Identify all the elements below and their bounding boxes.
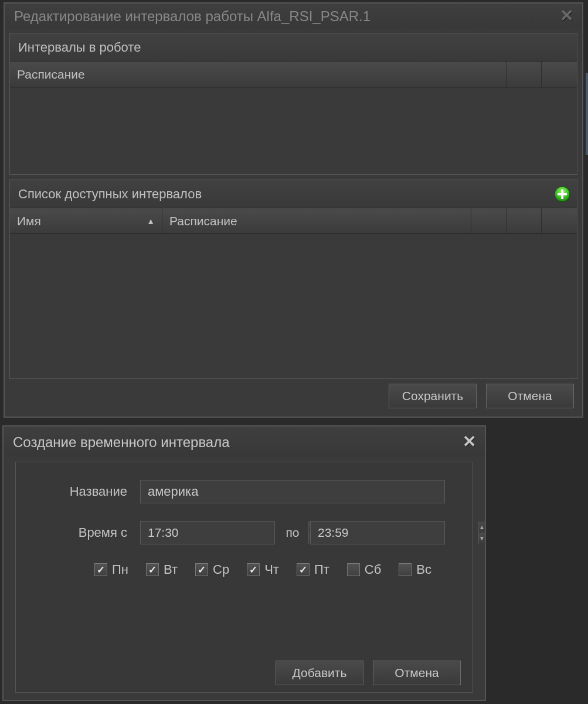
cancel-button[interactable]: Отмена bbox=[486, 384, 574, 408]
create-interval-form: Название Время с ▲ ▼ по ▲ ▼ bbox=[15, 462, 473, 693]
day-label: Чт bbox=[264, 562, 279, 577]
day-label: Пн bbox=[112, 562, 128, 577]
edit-intervals-dialog: Редактирование интервалов работы Alfa_RS… bbox=[4, 2, 583, 418]
checkbox-icon[interactable]: ✓ bbox=[297, 563, 310, 576]
add-interval-icon[interactable] bbox=[553, 185, 571, 203]
robot-intervals-title: Интервалы в роботе bbox=[18, 40, 141, 55]
save-button[interactable]: Сохранить bbox=[389, 384, 477, 408]
available-grid-body bbox=[10, 234, 577, 378]
time-to-spinner[interactable]: ▲ ▼ bbox=[310, 521, 445, 544]
dialog2-button-row: Добавить Отмена bbox=[276, 661, 461, 685]
robot-grid-header: Расписание bbox=[10, 62, 577, 87]
day-checkbox-Пт[interactable]: ✓Пт bbox=[297, 562, 329, 577]
col-action-2[interactable] bbox=[542, 62, 577, 87]
col-schedule[interactable]: Расписание bbox=[10, 62, 507, 87]
time-to-input[interactable] bbox=[311, 522, 478, 544]
dialog2-titlebar: Создание временного интервала ✕ bbox=[4, 427, 485, 456]
spin-up-icon[interactable]: ▲ bbox=[479, 522, 485, 533]
row-time: Время с ▲ ▼ по ▲ ▼ bbox=[29, 521, 460, 544]
day-label: Вс bbox=[416, 562, 431, 577]
col-action-1[interactable] bbox=[507, 62, 542, 87]
dialog1-titlebar: Редактирование интервалов работы Alfa_RS… bbox=[5, 4, 582, 29]
available-intervals-header: Список доступных интервалов bbox=[10, 180, 577, 208]
col-name-label: Имя bbox=[17, 214, 41, 228]
day-checkbox-Пн[interactable]: ✓Пн bbox=[94, 562, 128, 577]
day-checkbox-Вт[interactable]: ✓Вт bbox=[146, 562, 178, 577]
sort-asc-icon: ▲ bbox=[147, 216, 155, 226]
background-strip bbox=[586, 73, 588, 155]
checkbox-icon[interactable] bbox=[347, 563, 360, 576]
days-row: ✓Пн✓Вт✓Ср✓Чт✓ПтСбВс bbox=[29, 562, 460, 577]
close-icon[interactable]: ✕ bbox=[460, 434, 478, 451]
dialog1-body: Интервалы в роботе Расписание Список дос… bbox=[9, 33, 577, 411]
add-button[interactable]: Добавить bbox=[276, 661, 363, 685]
available-intervals-title: Список доступных интервалов bbox=[18, 187, 202, 202]
time-from-spinner[interactable]: ▲ ▼ bbox=[140, 521, 275, 544]
robot-intervals-header: Интервалы в роботе bbox=[10, 33, 577, 62]
spin-down-icon[interactable]: ▼ bbox=[479, 533, 485, 544]
day-checkbox-Ср[interactable]: ✓Ср bbox=[195, 562, 229, 577]
checkbox-icon[interactable]: ✓ bbox=[146, 563, 159, 576]
label-time-from: Время с bbox=[29, 525, 140, 540]
name-input[interactable] bbox=[140, 480, 445, 503]
day-label: Пт bbox=[314, 562, 329, 577]
col-action-c[interactable] bbox=[542, 208, 577, 233]
time-to-arrows: ▲ ▼ bbox=[478, 522, 485, 544]
available-grid-header: Имя ▲ Расписание bbox=[10, 208, 577, 234]
available-intervals-panel: Список доступных интервалов bbox=[9, 180, 577, 379]
robot-grid-body bbox=[10, 87, 577, 174]
col-action-b[interactable] bbox=[507, 208, 542, 233]
col-action-a[interactable] bbox=[471, 208, 507, 233]
close-icon[interactable]: ✕ bbox=[558, 8, 575, 25]
day-checkbox-Сб[interactable]: Сб bbox=[347, 562, 382, 577]
dialog2-title: Создание временного интервала bbox=[13, 434, 460, 451]
label-name: Название bbox=[29, 484, 140, 499]
col-name[interactable]: Имя ▲ bbox=[10, 208, 162, 233]
checkbox-icon[interactable]: ✓ bbox=[195, 563, 208, 576]
cancel-button-2[interactable]: Отмена bbox=[373, 661, 461, 685]
day-label: Сб bbox=[365, 562, 382, 577]
label-to: по bbox=[275, 526, 310, 540]
svg-rect-2 bbox=[558, 193, 567, 195]
col-schedule-label-2: Расписание bbox=[169, 214, 237, 228]
create-interval-dialog: Создание временного интервала ✕ Название… bbox=[2, 425, 486, 701]
day-label: Вт bbox=[164, 562, 178, 577]
row-name: Название bbox=[29, 480, 460, 503]
day-checkbox-Вс[interactable]: Вс bbox=[399, 562, 431, 577]
robot-intervals-panel: Интервалы в роботе Расписание bbox=[9, 33, 577, 175]
checkbox-icon[interactable]: ✓ bbox=[94, 563, 107, 576]
checkbox-icon[interactable] bbox=[399, 563, 412, 576]
dialog1-button-row: Сохранить Отмена bbox=[9, 381, 577, 411]
day-checkbox-Чт[interactable]: ✓Чт bbox=[247, 562, 279, 577]
col-schedule-2[interactable]: Расписание bbox=[162, 208, 471, 233]
col-schedule-label: Расписание bbox=[17, 67, 85, 82]
dialog1-title: Редактирование интервалов работы Alfa_RS… bbox=[14, 8, 558, 25]
checkbox-icon[interactable]: ✓ bbox=[247, 563, 260, 576]
day-label: Ср bbox=[213, 562, 229, 577]
